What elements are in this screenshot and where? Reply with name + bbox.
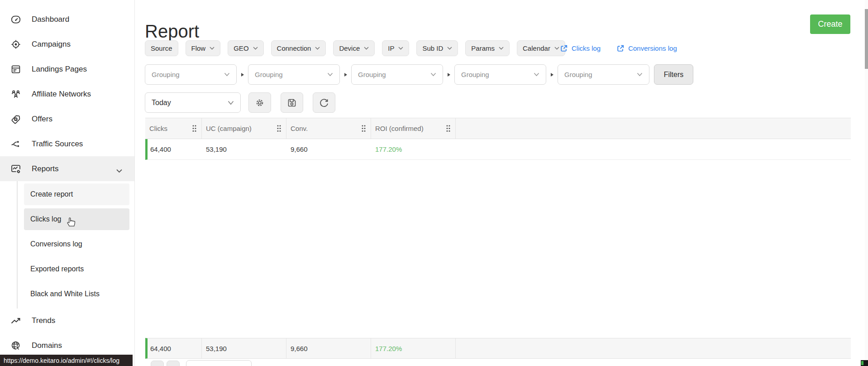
gauge-icon	[10, 14, 21, 25]
filter-chip-label: Flow	[191, 44, 206, 52]
sidebar-subitem-label: Exported reports	[30, 265, 84, 273]
reports-submenu: Create report Clicks log Conversions log…	[0, 183, 134, 305]
sidebar-item-exported-reports[interactable]: Exported reports	[24, 258, 129, 280]
chevron-down-icon	[210, 47, 215, 50]
sidebar-item-landings-pages[interactable]: Landings Pages	[0, 57, 134, 82]
summary-uc-campaign: 53,190	[202, 338, 286, 358]
external-link-icon	[560, 44, 568, 53]
svg-text:$: $	[15, 117, 17, 120]
sidebar-item-label: Dashboard	[32, 15, 69, 24]
column-label: UC (campaign)	[206, 125, 252, 132]
cursor-pointer-icon	[66, 216, 76, 229]
page-size-select[interactable]	[186, 360, 252, 366]
grouping-select-5[interactable]: Grouping	[558, 64, 649, 85]
sidebar-item-campaigns[interactable]: Campaigns	[0, 32, 134, 57]
filter-chip-geo[interactable]: GEO	[228, 40, 263, 56]
sidebar-item-black-white-lists[interactable]: Black and White Lists	[24, 283, 129, 305]
refresh-icon	[319, 97, 329, 108]
corner-overlay	[861, 360, 868, 366]
sidebar-item-label: Landings Pages	[32, 65, 87, 74]
drag-handle-icon[interactable]	[277, 125, 281, 132]
drag-handle-icon[interactable]	[192, 125, 197, 132]
chevron-down-icon	[315, 47, 320, 50]
filter-chip-source[interactable]: Source	[145, 40, 178, 56]
filter-chip-sub-id[interactable]: Sub ID	[416, 40, 458, 56]
chevron-down-icon	[447, 47, 452, 50]
link-label: Clicks log	[572, 44, 601, 52]
grouping-select-2[interactable]: Grouping	[248, 64, 340, 85]
triangle-right-icon	[237, 73, 248, 77]
submenu-indent-line	[17, 181, 18, 308]
cell-clicks: 64,400	[148, 139, 202, 159]
sidebar-item-create-report[interactable]: Create report	[24, 183, 129, 205]
filter-chip-device[interactable]: Device	[333, 40, 375, 56]
save-icon	[286, 97, 297, 108]
filter-chip-params[interactable]: Params	[465, 40, 510, 56]
filters-button[interactable]: Filters	[654, 64, 693, 85]
cell-roi-confirmed: 177.20%	[371, 139, 456, 159]
filter-chip-label: IP	[388, 44, 394, 52]
filter-chip-calendar[interactable]: Calendar	[517, 40, 565, 56]
column-header-clicks[interactable]: Clicks	[145, 118, 202, 139]
cell-uc-campaign: 53,190	[202, 139, 286, 159]
table-summary-row: 64,400 53,190 9,660 177.20%	[145, 338, 851, 359]
filter-chip-connection[interactable]: Connection	[271, 40, 326, 56]
table-header: Clicks UC (campaign) Conv. ROI (confirme…	[145, 118, 851, 139]
grouping-select-3[interactable]: Grouping	[351, 64, 443, 85]
grouping-row: Grouping Grouping Grouping Grouping Grou…	[145, 64, 693, 85]
column-header-roi-confirmed[interactable]: ROI (confirmed)	[371, 118, 456, 139]
status-url-bar: https://demo.keitaro.io/admin/#!/clicks/…	[0, 355, 133, 366]
scrollbar-thumb[interactable]	[865, 9, 868, 69]
filter-chip-ip[interactable]: IP	[382, 40, 409, 56]
gear-icon	[254, 97, 266, 109]
pagination-next-button[interactable]	[167, 361, 180, 366]
clicks-log-link[interactable]: Clicks log	[560, 44, 601, 53]
filter-chip-label: Device	[339, 44, 360, 52]
column-header-conv[interactable]: Conv.	[286, 118, 371, 139]
sidebar-item-clicks-log[interactable]: Clicks log	[24, 208, 129, 230]
status-url-text: https://demo.keitaro.io/admin/#!/clicks/…	[4, 357, 119, 364]
pagination-prev-button[interactable]	[151, 361, 164, 366]
filter-chip-label: Sub ID	[422, 44, 443, 52]
triangle-right-icon	[546, 73, 558, 77]
conversions-log-link[interactable]: Conversions log	[616, 44, 677, 53]
sidebar-item-offers[interactable]: $ Offers	[0, 106, 134, 131]
cell-conv: 9,660	[286, 139, 371, 159]
filter-chip-label: Connection	[277, 44, 311, 52]
settings-button[interactable]	[248, 92, 271, 113]
grouping-placeholder: Grouping	[255, 71, 283, 78]
date-range-select[interactable]: Today	[145, 92, 241, 113]
chevron-down-icon	[228, 101, 234, 105]
external-link-icon	[616, 44, 625, 53]
table-row[interactable]: 64,400 53,190 9,660 177.20%	[145, 139, 851, 160]
trend-up-icon	[10, 315, 21, 326]
people-icon	[10, 89, 21, 100]
toolbar-row: Today	[145, 92, 335, 113]
drag-handle-icon[interactable]	[361, 125, 366, 132]
date-range-value: Today	[152, 99, 171, 107]
sidebar-item-trends[interactable]: Trends	[0, 308, 134, 333]
save-report-button[interactable]	[281, 92, 303, 113]
sidebar-item-dashboard[interactable]: Dashboard	[0, 7, 134, 32]
sidebar-subitem-label: Create report	[30, 190, 73, 198]
chevron-down-icon	[224, 72, 230, 77]
link-label: Conversions log	[628, 44, 677, 52]
filter-chip-flow[interactable]: Flow	[186, 40, 221, 56]
sidebar-item-traffic-sources[interactable]: Traffic Sources	[0, 131, 134, 156]
sidebar-item-affiliate-networks[interactable]: Affiliate Networks	[0, 82, 134, 106]
sidebar-item-reports[interactable]: Reports	[0, 156, 134, 181]
grouping-select-1[interactable]: Grouping	[145, 64, 237, 85]
sidebar-item-conversions-log[interactable]: Conversions log	[24, 233, 129, 255]
sidebar-item-domains[interactable]: Domains	[0, 333, 134, 358]
column-header-uc-campaign[interactable]: UC (campaign)	[202, 118, 286, 139]
column-label: ROI (confirmed)	[375, 125, 424, 132]
sidebar-item-label: Campaigns	[32, 40, 71, 49]
triangle-right-icon	[340, 73, 351, 77]
sidebar-item-label: Domains	[32, 341, 62, 350]
filter-chip-label: GEO	[234, 44, 248, 52]
drag-handle-icon[interactable]	[446, 125, 451, 132]
refresh-button[interactable]	[313, 92, 335, 113]
summary-roi-confirmed: 177.20%	[371, 338, 456, 358]
create-button[interactable]: Create	[810, 14, 850, 34]
grouping-select-4[interactable]: Grouping	[454, 64, 546, 85]
